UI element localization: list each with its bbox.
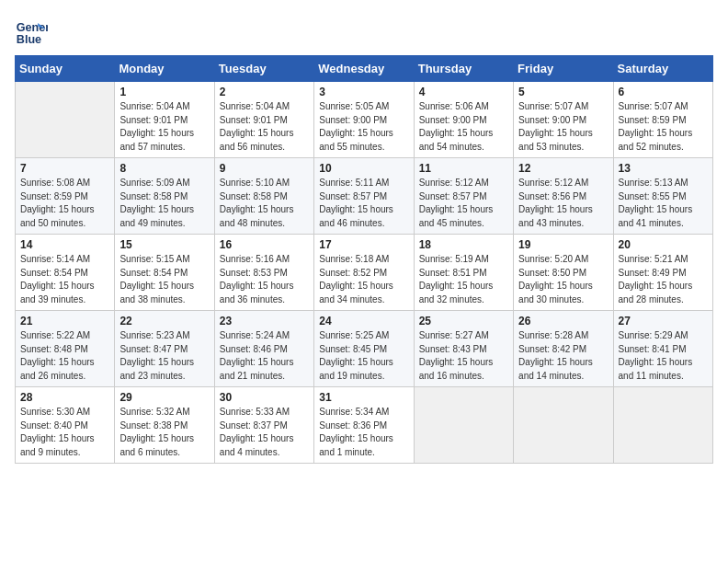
- calendar-cell: 14Sunrise: 5:14 AM Sunset: 8:54 PM Dayli…: [16, 235, 115, 311]
- day-info: Sunrise: 5:25 AM Sunset: 8:45 PM Dayligh…: [319, 329, 408, 383]
- week-row-4: 21Sunrise: 5:22 AM Sunset: 8:48 PM Dayli…: [16, 311, 713, 387]
- day-info: Sunrise: 5:09 AM Sunset: 8:58 PM Dayligh…: [119, 177, 209, 230]
- day-number: 16: [220, 238, 309, 251]
- day-info: Sunrise: 5:14 AM Sunset: 8:54 PM Dayligh…: [20, 253, 109, 306]
- day-info: Sunrise: 5:20 AM Sunset: 8:50 PM Dayligh…: [518, 253, 608, 306]
- calendar-cell: 6Sunrise: 5:07 AM Sunset: 8:59 PM Daylig…: [613, 82, 712, 158]
- calendar-cell: 28Sunrise: 5:30 AM Sunset: 8:40 PM Dayli…: [16, 387, 115, 464]
- header-day-thursday: Thursday: [414, 56, 513, 82]
- day-number: 6: [619, 86, 708, 98]
- day-info: Sunrise: 5:07 AM Sunset: 8:59 PM Dayligh…: [619, 100, 708, 154]
- calendar-cell: [16, 82, 115, 158]
- day-number: 3: [319, 86, 408, 98]
- calendar-cell: 3Sunrise: 5:05 AM Sunset: 9:00 PM Daylig…: [314, 82, 414, 158]
- day-number: 26: [518, 315, 608, 327]
- calendar-cell: 17Sunrise: 5:18 AM Sunset: 8:52 PM Dayli…: [314, 235, 414, 311]
- day-info: Sunrise: 5:33 AM Sunset: 8:37 PM Dayligh…: [220, 406, 309, 459]
- calendar-cell: [514, 387, 613, 464]
- day-info: Sunrise: 5:21 AM Sunset: 8:49 PM Dayligh…: [619, 253, 708, 306]
- calendar-cell: 1Sunrise: 5:04 AM Sunset: 9:01 PM Daylig…: [115, 82, 214, 158]
- calendar-cell: 25Sunrise: 5:27 AM Sunset: 8:43 PM Dayli…: [414, 311, 513, 387]
- header: General Blue: [15, 15, 713, 48]
- day-info: Sunrise: 5:04 AM Sunset: 9:01 PM Dayligh…: [119, 100, 209, 154]
- calendar-cell: 22Sunrise: 5:23 AM Sunset: 8:47 PM Dayli…: [115, 311, 214, 387]
- day-number: 30: [220, 391, 309, 404]
- header-row: SundayMondayTuesdayWednesdayThursdayFrid…: [16, 56, 713, 82]
- day-info: Sunrise: 5:23 AM Sunset: 8:47 PM Dayligh…: [119, 329, 209, 383]
- day-number: 14: [20, 238, 109, 251]
- day-info: Sunrise: 5:11 AM Sunset: 8:57 PM Dayligh…: [319, 177, 408, 230]
- calendar-cell: 26Sunrise: 5:28 AM Sunset: 8:42 PM Dayli…: [514, 311, 613, 387]
- day-info: Sunrise: 5:06 AM Sunset: 9:00 PM Dayligh…: [419, 100, 508, 154]
- calendar-cell: 19Sunrise: 5:20 AM Sunset: 8:50 PM Dayli…: [514, 235, 613, 311]
- calendar-cell: 12Sunrise: 5:12 AM Sunset: 8:56 PM Dayli…: [514, 158, 613, 235]
- day-number: 20: [619, 238, 708, 251]
- day-info: Sunrise: 5:30 AM Sunset: 8:40 PM Dayligh…: [20, 406, 109, 459]
- day-number: 15: [119, 238, 209, 251]
- calendar-cell: 11Sunrise: 5:12 AM Sunset: 8:57 PM Dayli…: [414, 158, 513, 235]
- day-info: Sunrise: 5:15 AM Sunset: 8:54 PM Dayligh…: [119, 253, 209, 306]
- header-day-monday: Monday: [115, 56, 214, 82]
- calendar-cell: 8Sunrise: 5:09 AM Sunset: 8:58 PM Daylig…: [115, 158, 214, 235]
- day-number: 23: [220, 315, 309, 327]
- calendar-cell: 5Sunrise: 5:07 AM Sunset: 9:00 PM Daylig…: [514, 82, 613, 158]
- calendar-cell: 24Sunrise: 5:25 AM Sunset: 8:45 PM Dayli…: [314, 311, 414, 387]
- header-day-tuesday: Tuesday: [214, 56, 313, 82]
- calendar-cell: 15Sunrise: 5:15 AM Sunset: 8:54 PM Dayli…: [115, 235, 214, 311]
- day-number: 9: [220, 162, 309, 175]
- calendar-cell: 2Sunrise: 5:04 AM Sunset: 9:01 PM Daylig…: [214, 82, 313, 158]
- day-number: 2: [220, 86, 309, 98]
- header-day-sunday: Sunday: [16, 56, 115, 82]
- day-info: Sunrise: 5:13 AM Sunset: 8:55 PM Dayligh…: [619, 177, 708, 230]
- day-info: Sunrise: 5:07 AM Sunset: 9:00 PM Dayligh…: [518, 100, 608, 154]
- calendar-cell: 4Sunrise: 5:06 AM Sunset: 9:00 PM Daylig…: [414, 82, 513, 158]
- day-info: Sunrise: 5:19 AM Sunset: 8:51 PM Dayligh…: [419, 253, 508, 306]
- calendar-cell: 21Sunrise: 5:22 AM Sunset: 8:48 PM Dayli…: [16, 311, 115, 387]
- calendar-table: SundayMondayTuesdayWednesdayThursdayFrid…: [15, 55, 713, 464]
- day-number: 25: [419, 315, 508, 327]
- day-info: Sunrise: 5:04 AM Sunset: 9:01 PM Dayligh…: [220, 100, 309, 154]
- header-day-friday: Friday: [514, 56, 613, 82]
- calendar-cell: 13Sunrise: 5:13 AM Sunset: 8:55 PM Dayli…: [613, 158, 712, 235]
- week-row-3: 14Sunrise: 5:14 AM Sunset: 8:54 PM Dayli…: [16, 235, 713, 311]
- calendar-cell: 7Sunrise: 5:08 AM Sunset: 8:59 PM Daylig…: [16, 158, 115, 235]
- day-number: 19: [518, 238, 608, 251]
- day-info: Sunrise: 5:10 AM Sunset: 8:58 PM Dayligh…: [220, 177, 309, 230]
- day-info: Sunrise: 5:34 AM Sunset: 8:36 PM Dayligh…: [319, 406, 408, 459]
- logo-icon: General Blue: [15, 15, 48, 48]
- day-number: 28: [20, 391, 109, 404]
- day-info: Sunrise: 5:05 AM Sunset: 9:00 PM Dayligh…: [319, 100, 408, 154]
- day-number: 27: [619, 315, 708, 327]
- day-number: 7: [20, 162, 109, 175]
- day-info: Sunrise: 5:22 AM Sunset: 8:48 PM Dayligh…: [20, 329, 109, 383]
- day-number: 22: [119, 315, 209, 327]
- day-number: 11: [419, 162, 508, 175]
- calendar-cell: [613, 387, 712, 464]
- day-number: 17: [319, 238, 408, 251]
- day-number: 24: [319, 315, 408, 327]
- week-row-5: 28Sunrise: 5:30 AM Sunset: 8:40 PM Dayli…: [16, 387, 713, 464]
- day-number: 8: [119, 162, 209, 175]
- day-number: 29: [119, 391, 209, 404]
- calendar-cell: 20Sunrise: 5:21 AM Sunset: 8:49 PM Dayli…: [613, 235, 712, 311]
- day-info: Sunrise: 5:27 AM Sunset: 8:43 PM Dayligh…: [419, 329, 508, 383]
- day-number: 31: [319, 391, 408, 404]
- day-number: 1: [119, 86, 209, 98]
- day-info: Sunrise: 5:32 AM Sunset: 8:38 PM Dayligh…: [119, 406, 209, 459]
- day-number: 5: [518, 86, 608, 98]
- calendar-cell: 18Sunrise: 5:19 AM Sunset: 8:51 PM Dayli…: [414, 235, 513, 311]
- calendar-cell: 10Sunrise: 5:11 AM Sunset: 8:57 PM Dayli…: [314, 158, 414, 235]
- day-number: 21: [20, 315, 109, 327]
- calendar-cell: 29Sunrise: 5:32 AM Sunset: 8:38 PM Dayli…: [115, 387, 214, 464]
- day-number: 10: [319, 162, 408, 175]
- calendar-cell: 27Sunrise: 5:29 AM Sunset: 8:41 PM Dayli…: [613, 311, 712, 387]
- day-info: Sunrise: 5:24 AM Sunset: 8:46 PM Dayligh…: [220, 329, 309, 383]
- svg-text:Blue: Blue: [17, 33, 41, 46]
- day-number: 4: [419, 86, 508, 98]
- day-number: 12: [518, 162, 608, 175]
- calendar-cell: [414, 387, 513, 464]
- calendar-cell: 16Sunrise: 5:16 AM Sunset: 8:53 PM Dayli…: [214, 235, 313, 311]
- calendar-cell: 30Sunrise: 5:33 AM Sunset: 8:37 PM Dayli…: [214, 387, 313, 464]
- day-info: Sunrise: 5:16 AM Sunset: 8:53 PM Dayligh…: [220, 253, 309, 306]
- header-day-saturday: Saturday: [613, 56, 712, 82]
